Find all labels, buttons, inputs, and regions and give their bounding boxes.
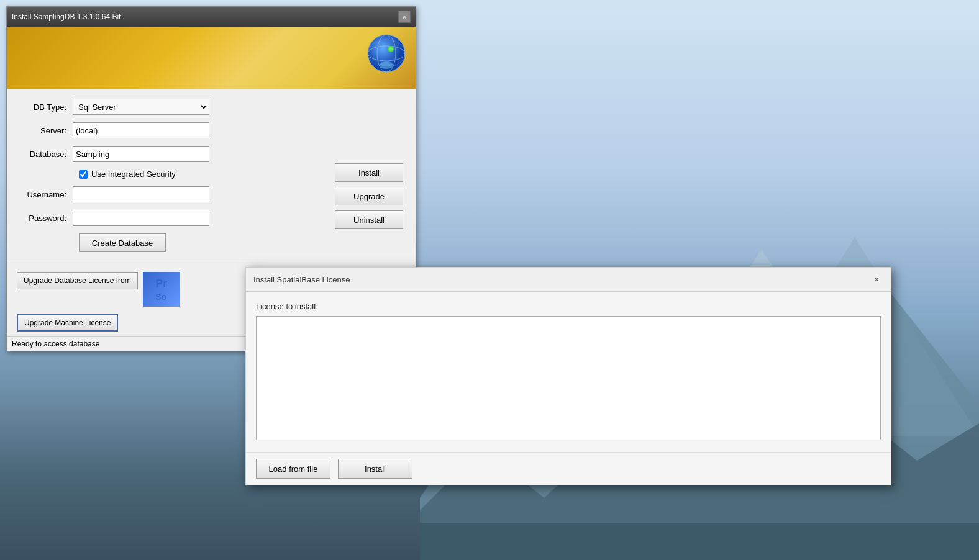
dialog-footer: Load from file Install xyxy=(246,452,891,485)
upgrade-license-button[interactable]: Upgrade Database License from xyxy=(17,272,138,289)
installer-title: Install SamplingDB 1.3.1.0 64 Bit xyxy=(12,12,121,21)
server-input[interactable] xyxy=(73,122,209,138)
dialog-close-button[interactable]: × xyxy=(870,273,883,286)
database-input[interactable] xyxy=(73,146,209,162)
installer-titlebar: Install SamplingDB 1.3.1.0 64 Bit × xyxy=(7,7,416,27)
installer-close-button[interactable]: × xyxy=(398,11,411,23)
server-label: Server: xyxy=(17,126,73,135)
dialog-titlebar: Install SpatialBase License × xyxy=(246,268,891,292)
db-type-row: DB Type: Sql Server Oracle SQLite xyxy=(17,99,406,115)
installer-header-banner xyxy=(7,27,416,89)
db-type-select[interactable]: Sql Server Oracle SQLite xyxy=(73,99,209,115)
svg-point-14 xyxy=(380,61,393,66)
database-label: Database: xyxy=(17,150,73,159)
uninstall-button[interactable]: Uninstall xyxy=(335,210,403,229)
svg-rect-5 xyxy=(420,523,979,560)
database-row: Database: xyxy=(17,146,406,162)
server-row: Server: xyxy=(17,122,406,138)
dialog-body: License to install: xyxy=(246,292,891,452)
dialog-title: Install SpatialBase License xyxy=(253,275,350,284)
svg-point-11 xyxy=(389,47,393,51)
dialog-install-button[interactable]: Install xyxy=(338,459,412,479)
db-type-label: DB Type: xyxy=(17,102,73,112)
upgrade-button[interactable]: Upgrade xyxy=(335,187,403,205)
form-section: DB Type: Sql Server Oracle SQLite Server… xyxy=(7,89,416,263)
username-label: Username: xyxy=(17,190,73,199)
integrated-security-checkbox[interactable] xyxy=(79,170,88,179)
load-from-file-button[interactable]: Load from file xyxy=(256,459,330,479)
password-input[interactable] xyxy=(73,210,209,226)
license-textarea[interactable] xyxy=(256,316,881,440)
license-to-install-label: License to install: xyxy=(256,302,881,311)
create-database-button[interactable]: Create Database xyxy=(79,233,166,252)
status-text: Ready to access database xyxy=(12,340,99,348)
integrated-security-label: Use Integrated Security xyxy=(91,169,176,179)
promo-text-line1: Pr xyxy=(155,277,167,291)
globe-icon xyxy=(365,32,408,75)
action-buttons: Install Upgrade Uninstall xyxy=(335,163,403,229)
install-button[interactable]: Install xyxy=(335,163,403,182)
password-label: Password: xyxy=(17,214,73,223)
upgrade-machine-button[interactable]: Upgrade Machine License xyxy=(17,314,118,332)
license-dialog: Install SpatialBase License × License to… xyxy=(245,267,891,485)
username-input[interactable] xyxy=(73,186,209,202)
promo-text-line2: So xyxy=(155,292,167,302)
promo-banner: Pr So xyxy=(143,272,180,307)
